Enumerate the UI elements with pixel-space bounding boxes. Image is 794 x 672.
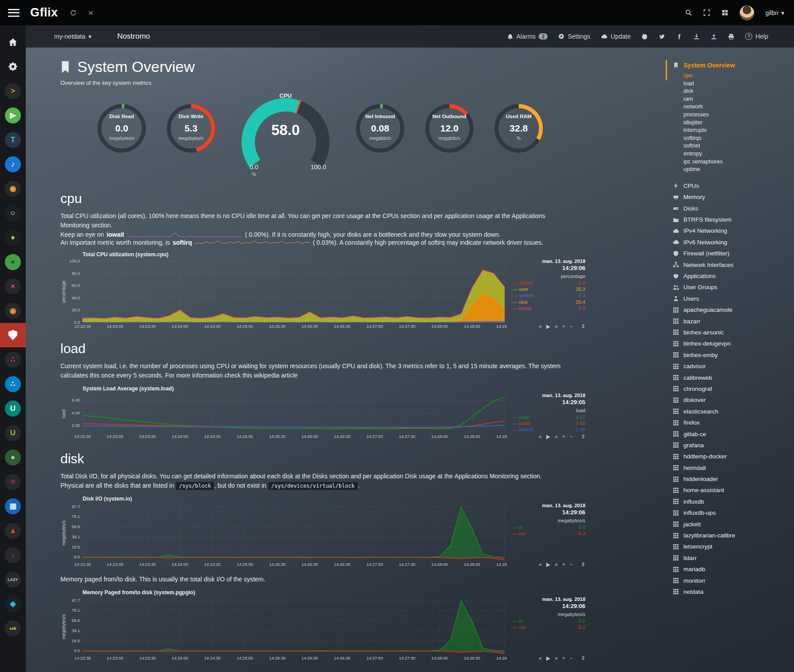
menu-item-entropy[interactable]: entropy xyxy=(683,151,790,159)
menu-app-hiddenloader[interactable]: hiddenloader xyxy=(672,473,790,485)
app-icon-sonarr[interactable]: ● xyxy=(0,225,26,250)
app-icon-tautulli[interactable]: T xyxy=(0,127,26,152)
menu-item-softnet[interactable]: softnet xyxy=(683,143,790,151)
host-selector[interactable]: my-netdata ▾ xyxy=(54,33,91,40)
chart-play-button[interactable]: ▶ xyxy=(546,323,550,330)
legend-item-iowait[interactable]: — iowait0.0 xyxy=(512,305,585,311)
chart-zoom-in-button[interactable]: + xyxy=(562,561,565,568)
menu-app-hddtemp-docker[interactable]: hddtemp-docker xyxy=(672,451,790,462)
chart-resize-handle[interactable]: ⇕ xyxy=(581,433,585,440)
chart-plot-pgpgio[interactable]: megabytes/s0.019.539.158.678.197.714:22:… xyxy=(60,596,507,661)
menu-section-ipv6-networking[interactable]: IPv6 Networking xyxy=(672,237,790,248)
menu-app-home-assistant[interactable]: home-assistant xyxy=(672,485,790,496)
hostname-link[interactable]: Nostromo xyxy=(117,32,150,41)
app-icon-nextcloud[interactable]: ∴ xyxy=(0,372,26,396)
app-icon-home[interactable] xyxy=(0,30,26,54)
app-icon-plex[interactable]: > xyxy=(0,79,26,103)
chart-pan-forward-button[interactable]: » xyxy=(555,655,558,661)
hamburger-menu-icon[interactable] xyxy=(8,9,20,17)
gauge-used-ram[interactable]: Used RAM32.8% xyxy=(492,102,545,160)
menu-app-letsencrypt[interactable]: letsencrypt xyxy=(672,541,790,552)
apps-grid-icon[interactable] xyxy=(721,9,729,16)
app-icon-deluge[interactable]: ● xyxy=(0,250,26,274)
app-icon-organizr[interactable]: ◆ xyxy=(0,592,26,616)
legend-item-out[interactable]: — out-5.2 xyxy=(512,624,585,630)
menu-app-bazarr[interactable]: bazarr xyxy=(672,315,790,326)
menu-section-btrfs-filesystem[interactable]: BTRFS filesystem xyxy=(672,214,790,225)
gauge-disk-read[interactable]: Disk Read0.0megabytes/s xyxy=(95,102,148,160)
chart-resize-handle[interactable]: ⇕ xyxy=(581,323,585,330)
menu-app-jackett[interactable]: jackett xyxy=(672,518,790,529)
menu-item-uptime[interactable]: uptime xyxy=(683,166,790,174)
menu-app-apacheguacamole[interactable]: apacheguacamole xyxy=(672,304,790,315)
legend-item-in[interactable]: — in0.0 xyxy=(512,618,585,624)
menu-item-processes[interactable]: processes xyxy=(683,111,790,119)
softirq-sparkline[interactable] xyxy=(195,239,310,246)
menu-item-ipc-semaphores[interactable]: ipc semaphores xyxy=(683,159,790,167)
chart-zoom-in-button[interactable]: + xyxy=(562,433,565,440)
menu-app-mariadb[interactable]: mariadb xyxy=(672,564,790,575)
menu-app-lazylibrarian-calibre[interactable]: lazylibrarian-calibre xyxy=(672,530,790,541)
iowait-sparkline[interactable] xyxy=(127,231,242,238)
chart-pan-backward-button[interactable]: « xyxy=(539,433,542,440)
menu-section-ipv4-networking[interactable]: IPv4 Networking xyxy=(672,225,790,236)
menu-section-firewall-netfilter-[interactable]: Firewall (netfilter) xyxy=(672,248,790,259)
gauge-net-outbound[interactable]: Net Outbound12.0megabits/s xyxy=(423,102,476,160)
menu-section-disks[interactable]: Disks xyxy=(672,203,790,214)
menu-app-netdata[interactable]: netdata xyxy=(672,586,790,597)
legend-item-softirq[interactable]: — softirq0.0 xyxy=(512,280,585,286)
user-menu[interactable]: gilbn ▾ xyxy=(765,9,784,16)
gauge-disk-write[interactable]: Disk Write5.3megabytes/s xyxy=(165,102,217,160)
app-icon-grafana[interactable]: ∴ xyxy=(0,347,26,372)
menu-app-gitlab-ce[interactable]: gitlab-ce xyxy=(672,428,790,439)
update-button[interactable]: Update xyxy=(601,33,631,40)
menu-app-firefox[interactable]: firefox xyxy=(672,417,790,428)
menu-item-interrupts[interactable]: interrupts xyxy=(683,127,790,135)
chart-zoom-out-button[interactable]: − xyxy=(570,433,573,440)
chart-play-button[interactable]: ▶ xyxy=(546,433,550,440)
app-icon-monitorr[interactable]: ≡ xyxy=(0,469,26,494)
gauge-net-inbound[interactable]: Net Inbound0.08megabits/s xyxy=(354,102,406,160)
print-button[interactable] xyxy=(728,33,734,40)
menu-section-user-groups[interactable]: User Groups xyxy=(672,282,790,293)
legend-item-load15[interactable]: — load152.06 xyxy=(512,426,585,433)
refresh-icon[interactable] xyxy=(70,9,77,16)
menu-section-applications[interactable]: Applications xyxy=(672,270,790,282)
chart-zoom-out-button[interactable]: − xyxy=(570,561,573,568)
chart-zoom-in-button[interactable]: + xyxy=(562,655,565,661)
legend-item-in[interactable]: — in0.0 xyxy=(512,524,585,530)
app-icon-settings[interactable] xyxy=(0,54,26,79)
help-button[interactable]: ? Help xyxy=(745,33,768,40)
gauge-cpu[interactable]: CPU58.00.0100.0% xyxy=(234,92,337,179)
app-icon-radarr[interactable]: ○ xyxy=(0,201,26,225)
chart-plot-io[interactable]: megabytes/s0.019.539.158.678.197.714:22:… xyxy=(60,503,507,568)
menu-app-lidarr[interactable]: lidarr xyxy=(672,553,790,564)
chart-pan-backward-button[interactable]: « xyxy=(539,323,542,330)
twitter-button[interactable] xyxy=(659,33,665,40)
app-icon-airsonic[interactable]: ♪ xyxy=(0,152,26,176)
menu-section-cpus[interactable]: CPUs xyxy=(672,180,790,191)
app-icon-emby[interactable]: ▶ xyxy=(0,103,26,127)
legend-item-load5[interactable]: — load52.68 xyxy=(512,420,585,426)
menu-section-system-overview[interactable]: System Overview xyxy=(672,60,790,71)
chart-resize-handle[interactable]: ⇕ xyxy=(581,655,585,661)
wikipedia-link[interactable]: wikipedia article xyxy=(254,372,298,379)
chart-plot-cpu[interactable]: percentage0.020.040.060.080.0100.014:22:… xyxy=(60,258,507,330)
export-snapshot-button[interactable] xyxy=(693,33,700,40)
chart-play-button[interactable]: ▶ xyxy=(546,561,550,568)
menu-app-binhex-delugevpn[interactable]: binhex-delugevpn xyxy=(672,338,790,349)
app-icon-duplicati[interactable]: ● xyxy=(0,445,26,469)
chart-pan-backward-button[interactable]: « xyxy=(539,561,542,568)
search-icon[interactable] xyxy=(685,9,692,16)
chart-play-button[interactable]: ▶ xyxy=(546,655,550,661)
menu-app-cadvisor[interactable]: cadvisor xyxy=(672,361,790,372)
chart-zoom-out-button[interactable]: − xyxy=(570,323,573,330)
menu-app-binhex-airsonic[interactable]: binhex-airsonic xyxy=(672,327,790,338)
legend-item-out[interactable]: — out-5.3 xyxy=(512,530,585,537)
menu-item-network[interactable]: network xyxy=(683,103,790,111)
chart-pan-forward-button[interactable]: » xyxy=(555,561,558,568)
app-icon-heimdall[interactable]: ▦ xyxy=(0,494,26,518)
menu-item-softirqs[interactable]: softirqs xyxy=(683,135,790,143)
legend-item-system[interactable]: — system2.3 xyxy=(512,292,585,298)
menu-app-grafana[interactable]: grafana xyxy=(672,440,790,451)
